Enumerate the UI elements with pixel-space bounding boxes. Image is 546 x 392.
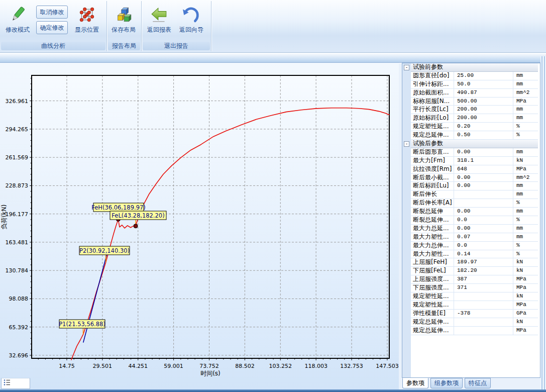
save-layout-label: 保存布局 [109, 26, 138, 33]
param-value[interactable]: 0.0 [454, 216, 513, 224]
param-value[interactable]: 50.0 [454, 80, 513, 88]
x-tick-label: 73.752 [199, 363, 219, 369]
param-value[interactable]: 0.07 [454, 233, 513, 241]
vertical-splitter[interactable] [540, 56, 546, 389]
modify-mode-label: 修改模式 [3, 26, 32, 33]
param-value[interactable] [454, 318, 513, 326]
return-wizard-button[interactable]: 返回向导 [177, 4, 206, 41]
param-row[interactable]: 上屈服[FeH]189.97kN [411, 258, 538, 267]
param-row[interactable]: 断后圆形直...0.00mm [411, 148, 538, 157]
param-value[interactable]: 0.00 [454, 148, 513, 156]
save-layout-button[interactable]: 保存布局 [109, 4, 138, 41]
param-value[interactable]: 0.14 [454, 250, 513, 258]
param-value[interactable]: 0.0 [454, 242, 513, 250]
param-value[interactable]: 0.50 [454, 131, 513, 139]
param-value[interactable] [454, 327, 513, 335]
param-unit: MPa [513, 327, 538, 335]
param-row[interactable]: 引伸计标距...50.0mm [411, 80, 538, 89]
group-label-curve-analysis: 曲线分析 [1, 42, 105, 50]
show-position-button[interactable]: 显示位置 [72, 4, 101, 41]
param-value[interactable]: 0.20 [454, 123, 513, 131]
return-report-label: 返回报表 [145, 26, 174, 33]
ribbon-toolbar: 修改模式 取消修改 确定修改 [0, 0, 546, 53]
param-label: 规定塑性延... [411, 301, 454, 309]
param-label: 断裂总延伸... [411, 216, 454, 224]
param-value[interactable]: 371 [454, 284, 513, 292]
param-row[interactable]: 下屈服强度...371MPa [411, 284, 538, 292]
param-value[interactable]: 189.97 [454, 258, 513, 266]
param-row[interactable]: 断裂总延伸0.00mm [411, 208, 538, 216]
param-value[interactable]: 0.00 [454, 225, 513, 233]
collapse-icon[interactable]: - [404, 65, 409, 70]
param-row[interactable]: 最大力总延...0.00mm [411, 225, 538, 233]
param-value[interactable]: 25.00 [454, 72, 513, 80]
param-row[interactable]: 弹性模量[E]-378GPa [411, 310, 538, 318]
param-row[interactable]: 原始截面积...490.87mm^2 [411, 89, 538, 97]
param-label: 引伸计标距... [411, 80, 454, 88]
app-window: 修改模式 取消修改 确定修改 [0, 0, 546, 392]
param-row[interactable]: 下屈服[FeL]182.20kN [411, 267, 538, 275]
param-unit: mm [513, 106, 538, 114]
param-row[interactable]: 规定塑性延...kN [411, 292, 538, 301]
param-label: 规定塑性延... [411, 292, 454, 301]
param-value[interactable]: 387 [454, 275, 513, 283]
param-row[interactable]: 最大力[Fm]318.1kN [411, 157, 538, 165]
param-row[interactable]: 规定总延伸...0.50% [411, 131, 538, 140]
confirm-modify-button[interactable]: 确定修改 [36, 21, 68, 34]
param-row[interactable]: 规定塑性延...0.20% [411, 123, 538, 131]
param-row[interactable]: 断后伸长率[A]% [411, 199, 538, 208]
group-label-exit-report: 退出报告 [143, 42, 210, 50]
curve-list-tab[interactable] [1, 378, 30, 389]
param-label: 断后标距[Lu] [411, 182, 454, 190]
param-value[interactable]: 0.00 [454, 208, 513, 216]
param-row[interactable]: 断后伸长mm [411, 190, 538, 199]
undo-arrow-icon [177, 4, 206, 26]
param-row[interactable]: 规定总延伸...kN [411, 318, 538, 327]
section-header: 试验前参数 [411, 63, 538, 72]
param-value[interactable] [454, 199, 513, 207]
return-report-button[interactable]: 返回报表 [145, 4, 174, 41]
y-axis-title: 负荷(kN) [1, 205, 8, 229]
param-value[interactable]: 318.1 [454, 157, 513, 165]
param-unit: mm [513, 225, 538, 233]
collapse-icon[interactable]: - [404, 141, 409, 147]
param-label: 规定塑性延... [411, 123, 454, 131]
param-value[interactable]: 200.00 [454, 106, 513, 114]
param-value[interactable] [454, 292, 513, 301]
param-value[interactable]: 182.20 [454, 267, 513, 275]
chart-region[interactable]: 14.7529.50144.25159.00173.75288.502103.2… [0, 63, 399, 389]
cancel-modify-button[interactable]: 取消修改 [36, 6, 68, 19]
param-row[interactable]: 最大力塑性...0.14% [411, 250, 538, 259]
param-value[interactable] [454, 190, 513, 199]
group-label-report-layout: 报告布局 [108, 42, 140, 50]
param-value[interactable]: -378 [454, 310, 513, 318]
param-row[interactable]: 圆形直径[do]25.00mm [411, 72, 538, 80]
modify-mode-button[interactable]: 修改模式 [3, 4, 32, 41]
param-row[interactable]: 标称屈服[N...500.00MPa [411, 97, 538, 106]
param-value[interactable] [454, 301, 513, 309]
param-row[interactable]: 规定塑性延...MPa [411, 301, 538, 310]
param-row[interactable]: 平行长度[Lc]200.00mm [411, 106, 538, 114]
param-unit: mm [513, 208, 538, 216]
param-row[interactable]: 上屈服强度...387MPa [411, 275, 538, 284]
tab-特征点[interactable]: 特征点 [465, 378, 491, 388]
param-value[interactable]: 490.87 [454, 89, 513, 97]
tab-参数项[interactable]: 参数项 [402, 378, 428, 388]
param-value[interactable]: 648 [454, 165, 513, 173]
param-row[interactable]: 抗拉强度[Rm]648MPa [411, 165, 538, 174]
param-value[interactable]: 0.00 [454, 174, 513, 182]
param-row[interactable]: 规定总延伸...MPa [411, 327, 538, 335]
param-value[interactable]: 500.00 [454, 97, 513, 106]
param-row[interactable]: 原始标距[Lo]200.00mm [411, 114, 538, 123]
param-value[interactable]: 200.00 [454, 114, 513, 122]
param-row[interactable]: 最大力塑性...0.07mm [411, 233, 538, 242]
y-tick-label: 65.392 [9, 324, 29, 331]
param-row[interactable]: 断裂总延伸...0.0% [411, 216, 538, 225]
tab-组参数项[interactable]: 组参数项 [430, 378, 463, 388]
param-row[interactable]: 最大力总伸...0.0% [411, 242, 538, 250]
y-tick-label: 196.177 [6, 211, 29, 218]
param-value[interactable]: 0.00 [454, 182, 513, 190]
param-row[interactable]: 断后标距[Lu]0.00mm [411, 182, 538, 190]
param-row[interactable]: 断后最小截...0.00mm^2 [411, 174, 538, 182]
param-unit: % [513, 216, 538, 224]
